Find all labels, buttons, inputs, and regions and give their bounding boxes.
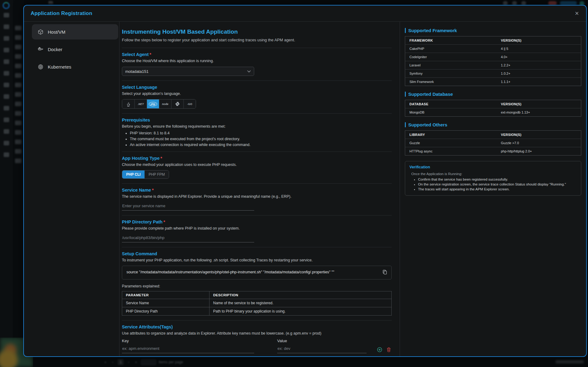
- section-description: Choose the Host/VM where this applicatio…: [122, 59, 392, 63]
- supported-others-title: Supported Others: [405, 122, 581, 127]
- section-description: Use attributes to organize and analyze d…: [122, 331, 392, 335]
- kubernetes-helm-icon: [37, 64, 43, 70]
- required-asterisk: *: [164, 219, 165, 224]
- add-attribute-button[interactable]: [377, 347, 382, 353]
- verification-item: On the service registration screen, the …: [418, 182, 577, 186]
- service-name-section: Service Name* The service name is displa…: [122, 188, 392, 211]
- section-divider: [122, 247, 392, 247]
- language-php-tile[interactable]: php: [147, 99, 159, 108]
- verification-title: Verification: [409, 165, 577, 169]
- language-selector: .NET php node -GO: [122, 99, 196, 109]
- section-description: To instrument your PHP application, run …: [122, 258, 392, 262]
- attribute-key-input[interactable]: [122, 346, 254, 353]
- service-name-input[interactable]: [122, 203, 254, 211]
- prerequisite-item: PHP Version: 8.1 to 8.4: [130, 131, 392, 135]
- section-description: Choose the method your application uses …: [122, 163, 392, 167]
- accent-bar: [405, 122, 406, 127]
- language-dotnet-tile[interactable]: .NET: [134, 99, 147, 108]
- table-row: Service Name Name of the service to be r…: [122, 299, 392, 307]
- modal-body: Host/VM Docker Kubernetes Instrumen: [24, 22, 586, 356]
- nav-item-label: Docker: [48, 47, 62, 52]
- delete-attribute-button[interactable]: [386, 347, 391, 353]
- table-cell: Path to PHP binary your application is u…: [209, 307, 392, 316]
- nav-item-label: Host/VM: [48, 29, 66, 35]
- cube-icon: [37, 29, 43, 35]
- section-divider: [122, 113, 392, 114]
- verification-item: Confirm that the service has been regist…: [418, 178, 577, 181]
- nav-item-kubernetes[interactable]: Kubernetes: [32, 59, 118, 74]
- php-fpm-option[interactable]: PHP FPM: [145, 170, 169, 178]
- supported-framework-table: FRAMEWORK VERSION(S) CakePHP4 || 5 CodeI…: [405, 36, 581, 86]
- chevron-down-icon: [247, 70, 251, 73]
- close-button[interactable]: ×: [574, 10, 579, 17]
- value-label: Value: [277, 339, 367, 343]
- section-description: Please provide complete path where PHP i…: [122, 226, 392, 230]
- nav-item-docker[interactable]: Docker: [32, 42, 118, 57]
- verification-intro: Once the Application is Running:: [411, 172, 577, 176]
- table-header: DESCRIPTION: [209, 291, 392, 299]
- section-title: Select Agent*: [122, 52, 392, 57]
- table-cell: Name of the service to be registered.: [209, 299, 392, 307]
- prerequisite-item: An active internet connection is require…: [130, 143, 392, 147]
- section-divider: [122, 183, 392, 184]
- section-divider: [122, 320, 392, 320]
- table-row: Slim Framework1.1.1+: [405, 78, 581, 86]
- table-header: DATABASE: [405, 100, 497, 108]
- section-divider: [122, 152, 392, 152]
- nodejs-icon: node: [162, 103, 168, 106]
- required-asterisk: *: [149, 52, 151, 57]
- section-divider: [122, 81, 392, 81]
- section-title: Select Language: [122, 85, 392, 90]
- php-directory-path-section: PHP Directory Path* Please provide compl…: [122, 219, 392, 242]
- app-hosting-type-section: App Hosting Type* Choose the method your…: [122, 156, 392, 179]
- parameters-table: PARAMETER DESCRIPTION Service Name Name …: [122, 291, 392, 316]
- agent-select[interactable]: motadata151: [122, 67, 254, 76]
- table-header: VERSION(S): [497, 131, 581, 139]
- language-java-tile[interactable]: [122, 99, 134, 108]
- section-description: Before you begin, ensure the following r…: [122, 124, 392, 129]
- section-title: Service Attributes(Tags): [122, 324, 392, 329]
- hosting-type-toggle: PHP CLI PHP FPM: [122, 170, 169, 179]
- table-header: LIBRARY: [405, 131, 497, 139]
- docker-whale-icon: [37, 46, 43, 52]
- prerequisites-section: Prerequisites Before you begin, ensure t…: [122, 118, 392, 147]
- table-row: PHP Directory Path Path to PHP binary yo…: [122, 307, 392, 316]
- table-row: MongoDBext-mongodb 1.13+: [405, 108, 581, 117]
- copy-icon: [383, 270, 387, 275]
- nav-item-host-vm[interactable]: Host/VM: [32, 24, 118, 39]
- required-asterisk: *: [160, 156, 162, 161]
- plus-circle-icon: [377, 347, 382, 352]
- agent-select-value: motadata151: [125, 69, 149, 74]
- modal-header: Application Registration ×: [24, 6, 586, 22]
- setup-command-box: source "/motadata/motadata/instrumentati…: [122, 266, 392, 279]
- page-subtitle: Follow the steps below to register your …: [122, 38, 392, 42]
- dotnet-icon: .NET: [138, 103, 144, 106]
- table-cell: PHP Directory Path: [122, 307, 209, 316]
- php-icon: php: [149, 102, 157, 106]
- java-icon: [126, 102, 130, 107]
- copy-button[interactable]: [382, 270, 387, 275]
- section-description: Select your application's language.: [122, 92, 392, 96]
- table-header: VERSION(S): [497, 100, 581, 108]
- table-row: GuzzleGuzzle >7.0: [405, 139, 581, 147]
- table-header: VERSION(S): [497, 36, 581, 45]
- php-cli-option[interactable]: PHP CLI: [122, 170, 145, 178]
- table-header: PARAMETER: [122, 291, 209, 299]
- table-row: HTTPlug asyncphp-http/httplug 2.0+: [405, 147, 581, 155]
- prerequisites-list: PHP Version: 8.1 to 8.4 The command must…: [130, 131, 392, 147]
- php-directory-path-input[interactable]: [122, 235, 254, 242]
- table-row: Laravel1.2.2+: [405, 61, 581, 69]
- language-python-tile[interactable]: [171, 99, 183, 108]
- language-go-tile[interactable]: -GO: [183, 99, 196, 108]
- service-attributes-section: Service Attributes(Tags) Use attributes …: [122, 324, 392, 353]
- section-divider: [122, 48, 392, 48]
- table-row: CodeIgniter4.0+: [405, 53, 581, 61]
- attribute-value-input[interactable]: [277, 346, 367, 353]
- supported-database-table: DATABASE VERSION(S) MongoDBext-mongodb 1…: [405, 100, 581, 117]
- section-divider: [122, 215, 392, 215]
- table-row: Symfony1.0.2+: [405, 69, 581, 78]
- select-agent-section: Select Agent* Choose the Host/VM where t…: [122, 52, 392, 76]
- page-title: Instrumenting Host/VM Based Application: [122, 28, 392, 35]
- close-icon: ×: [575, 9, 579, 17]
- language-node-tile[interactable]: node: [159, 99, 171, 108]
